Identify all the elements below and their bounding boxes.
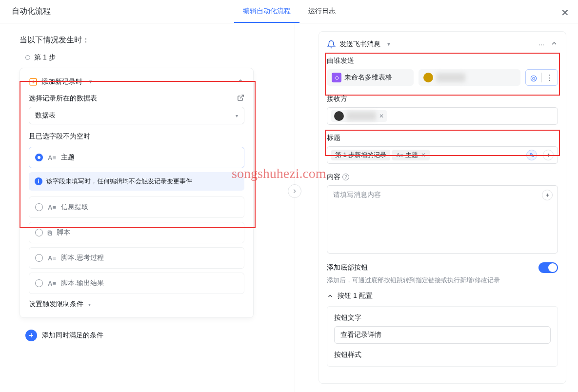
sender-label: 由谁发送 — [327, 57, 558, 65]
action-card: 发送飞书消息 ▼ ··· 由谁发送 ◇ 未命名多维表格 — [319, 31, 566, 384]
trigger-title[interactable]: 添加新记录时 — [41, 78, 82, 86]
title-label: 标题 — [327, 134, 558, 142]
text-field-icon: A≡ — [48, 204, 56, 211]
radio-off-icon — [35, 229, 43, 236]
help-icon[interactable]: ? — [342, 174, 349, 180]
receiver-input[interactable]: ✕ — [327, 107, 558, 125]
button-text-input[interactable] — [334, 326, 551, 344]
field-label: 脚本 — [57, 228, 70, 237]
caret-down-icon[interactable]: ▼ — [88, 79, 93, 84]
field-label: 脚本.思考过程 — [61, 254, 104, 262]
sender-doc-chip[interactable]: ◇ 未命名多维表格 — [327, 69, 414, 86]
step-1-row: 第 1 步 — [25, 53, 283, 62]
target-icon[interactable]: ◎ — [526, 73, 541, 82]
add-record-icon — [29, 78, 38, 86]
field-label: 主题 — [61, 153, 75, 162]
button1-header-label: 按钮 1 配置 — [338, 292, 373, 300]
bottom-button-label: 添加底部按钮 — [327, 263, 368, 272]
field-option-subject[interactable]: A≡ 主题 — [29, 147, 244, 168]
external-link-icon[interactable] — [237, 94, 244, 103]
chevron-down-icon: ▾ — [88, 302, 91, 307]
bell-icon — [327, 40, 336, 49]
radio-off-icon — [35, 279, 43, 287]
token-text: 主题 — [405, 151, 418, 159]
sender-user-chip[interactable] — [419, 69, 520, 86]
page-title: 自动化流程 — [12, 6, 51, 17]
content-input[interactable]: 请填写消息内容 ＋ — [327, 185, 558, 254]
title-token-subject[interactable]: A≡ 主题 ✕ — [392, 150, 429, 160]
svg-line-1 — [240, 95, 243, 98]
set-trigger-limit[interactable]: 设置触发限制条件 ▾ — [29, 300, 244, 309]
add-condition[interactable]: + 添加同时满足的条件 — [25, 330, 283, 341]
plus-icon[interactable]: ＋ — [543, 150, 554, 160]
info-icon: i — [35, 177, 42, 185]
bitable-icon: ◇ — [332, 73, 341, 82]
radio-on-icon — [35, 154, 43, 161]
plus-icon[interactable]: ＋ — [542, 190, 553, 200]
field-not-empty-label: 且已选字段不为空时 — [29, 132, 244, 141]
bottom-button-hint: 添加后，可通过底部按钮跳转到指定链接或执行新增/修改记录 — [327, 276, 558, 285]
close-icon[interactable]: ✕ — [561, 7, 569, 19]
field-option-extract[interactable]: A≡ 信息提取 — [29, 196, 244, 218]
add-condition-label: 添加同时满足的条件 — [42, 331, 103, 340]
button-style-label: 按钮样式 — [334, 351, 551, 359]
text-field-icon: A≡ — [396, 152, 403, 158]
info-banner: i 该字段未填写时，任何编辑均不会触发记录变更事件 — [29, 172, 244, 191]
radio-off-icon — [35, 254, 43, 262]
receiver-chip[interactable]: ✕ — [331, 110, 387, 122]
avatar — [334, 111, 344, 121]
field-label: 脚本.输出结果 — [61, 279, 104, 288]
radio-off-icon — [35, 203, 43, 211]
receiver-name — [347, 112, 376, 120]
remove-icon[interactable]: ✕ — [421, 152, 426, 158]
content-placeholder: 请填写消息内容 — [333, 191, 381, 198]
content-label: 内容 — [327, 173, 340, 181]
title-token-step1[interactable]: 第 1 步新增的记录 — [331, 150, 390, 160]
plus-circle-icon: + — [25, 330, 37, 341]
step-circle-icon — [25, 55, 30, 60]
text-field-icon: A≡ — [48, 280, 56, 287]
button1-config-header[interactable]: 按钮 1 配置 — [327, 292, 558, 300]
magic-icon[interactable]: ✎ — [526, 150, 537, 160]
tab-run-log[interactable]: 运行日志 — [299, 0, 344, 23]
trigger-card: 添加新记录时 ▼ 选择记录所在的数据表 数据表 ▾ 且已选字段不为空时 — [20, 68, 254, 318]
remove-icon[interactable]: ✕ — [379, 113, 384, 119]
set-trigger-limit-label: 设置触发限制条件 — [29, 300, 83, 309]
action-title[interactable]: 发送飞书消息 — [339, 40, 380, 49]
avatar — [423, 73, 433, 82]
when-title: 当以下情况发生时： — [20, 35, 283, 45]
button-text-label: 按钮文字 — [334, 314, 551, 322]
collapse-icon[interactable] — [237, 77, 244, 86]
text-field-icon: A≡ — [48, 255, 56, 262]
text-field-icon: A≡ — [48, 154, 56, 161]
tab-edit-flow[interactable]: 编辑自动化流程 — [234, 0, 299, 23]
chevron-up-icon — [327, 293, 334, 299]
select-table-label: 选择记录所在的数据表 — [29, 94, 97, 103]
field-option-script[interactable]: ⎘ 脚本 — [29, 222, 244, 243]
caret-down-icon[interactable]: ▼ — [386, 41, 391, 47]
button1-config-box: 按钮文字 按钮样式 — [327, 306, 558, 367]
table-select-value: 数据表 — [35, 111, 56, 120]
title-input[interactable]: 第 1 步新增的记录 A≡ 主题 ✕ ✎ ＋ — [327, 146, 558, 164]
token-text: 第 1 步新增的记录 — [335, 151, 386, 159]
field-option-script-think[interactable]: A≡ 脚本.思考过程 — [29, 247, 244, 269]
bottom-button-toggle[interactable] — [538, 262, 558, 273]
field-label: 信息提取 — [61, 203, 88, 212]
receiver-label: 接收方 — [327, 95, 558, 103]
table-select[interactable]: 数据表 ▾ — [29, 107, 244, 124]
sender-doc-name: 未命名多维表格 — [344, 73, 392, 82]
panel-collapse-icon[interactable] — [288, 184, 301, 198]
sender-controls: ◎ ⋮ — [525, 69, 558, 86]
field-option-script-output[interactable]: A≡ 脚本.输出结果 — [29, 273, 244, 294]
more-vertical-icon[interactable]: ⋮ — [542, 73, 558, 82]
collapse-icon[interactable] — [550, 39, 558, 49]
step-1-label: 第 1 步 — [34, 53, 56, 62]
info-text: 该字段未填写时，任何编辑均不会触发记录变更事件 — [46, 177, 192, 186]
link-field-icon: ⎘ — [48, 229, 52, 236]
chevron-down-icon: ▾ — [236, 113, 238, 118]
more-icon[interactable]: ··· — [538, 40, 544, 48]
sender-user-name — [436, 73, 465, 82]
